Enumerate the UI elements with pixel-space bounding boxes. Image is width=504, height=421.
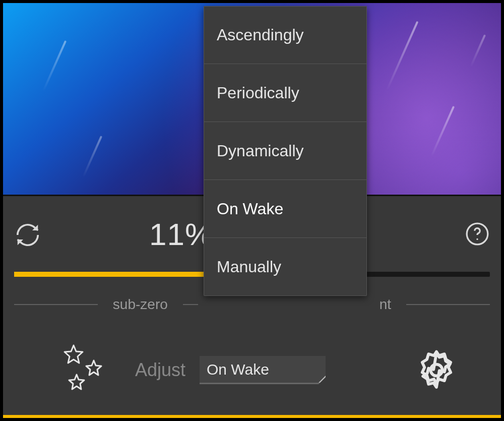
dropdown-item-ascendingly[interactable]: Ascendingly — [204, 6, 367, 64]
adjust-spinner[interactable]: On Wake — [200, 356, 326, 384]
slider-label-right: nt — [364, 296, 406, 313]
slider-label-left: sub-zero — [98, 296, 183, 313]
streak-decoration — [42, 40, 67, 92]
refresh-icon[interactable] — [14, 221, 41, 249]
slider-fill — [14, 272, 209, 277]
accent-bar — [3, 415, 501, 418]
streak-decoration — [82, 136, 102, 178]
bottom-row: Adjust On Wake — [3, 337, 501, 403]
divider — [406, 304, 490, 305]
svg-point-1 — [476, 238, 478, 240]
dropdown-item-label: On Wake — [217, 200, 283, 218]
dropdown-item-on-wake[interactable]: On Wake — [204, 180, 367, 238]
dropdown-item-label: Periodically — [217, 84, 299, 102]
divider — [14, 304, 98, 305]
help-icon[interactable] — [465, 221, 490, 247]
divider — [183, 304, 198, 305]
adjust-label: Adjust — [135, 359, 185, 381]
streak-decoration — [430, 106, 455, 157]
adjust-dropdown: Ascendingly Periodically Dynamically On … — [204, 6, 367, 296]
streak-decoration — [386, 21, 419, 91]
dropdown-item-label: Ascendingly — [217, 26, 304, 44]
adjust-spinner-value: On Wake — [207, 361, 269, 378]
stars-icon[interactable] — [58, 342, 114, 398]
dropdown-item-manually[interactable]: Manually — [204, 238, 367, 296]
dropdown-item-label: Dynamically — [217, 142, 303, 160]
streak-decoration — [470, 34, 486, 68]
dropdown-item-dynamically[interactable]: Dynamically — [204, 122, 367, 180]
dropdown-item-periodically[interactable]: Periodically — [204, 64, 367, 122]
dropdown-item-label: Manually — [217, 258, 281, 276]
gear-icon[interactable] — [415, 348, 458, 392]
